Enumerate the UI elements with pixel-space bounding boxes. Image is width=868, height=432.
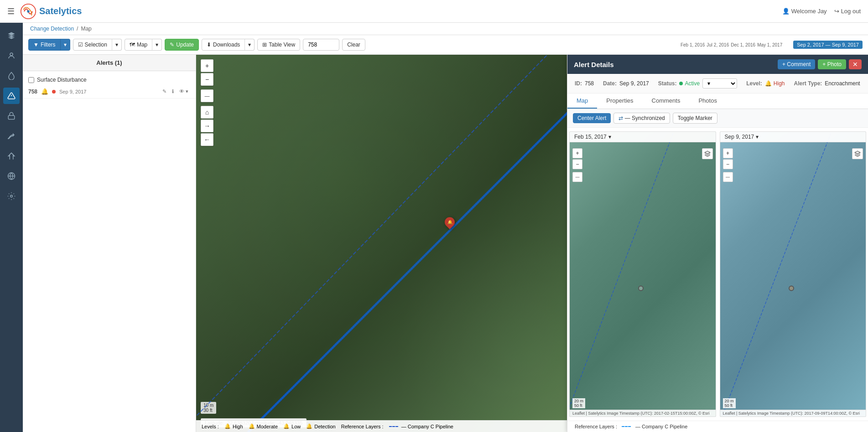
alert-view-btn[interactable]: 👁 ▾ [177,88,190,95]
status-dropdown[interactable]: ▾ Active Inactive [702,78,737,88]
status-badge: Active [679,80,700,87]
comp-left-layers-btn[interactable] [702,148,713,159]
comp-right-zoom-out[interactable]: − [723,159,733,169]
tab-photos[interactable]: Photos [689,94,726,109]
center-alert-button[interactable]: Center Alert [573,113,611,123]
downloads-icon: ⬇ [207,42,211,48]
comp-right-chevron: ▾ [756,134,759,140]
comp-right-zoom-in[interactable]: + [723,148,733,158]
map-dropdown[interactable]: ▾ [152,39,162,51]
update-button[interactable]: ✎ Update [165,39,199,51]
hamburger-menu[interactable]: ☰ [7,6,15,16]
photo-button[interactable]: + Photo [818,59,846,69]
toggle-marker-button[interactable]: Toggle Marker [673,113,717,124]
downloads-button[interactable]: ⬇ Downloads [202,39,245,51]
comp-left-map-bg: + − — 20 m 50 ft [570,132,716,416]
sidebar-item-layers[interactable] [3,27,20,44]
status-label: Status: [658,80,677,87]
sidebar-item-alert[interactable] [3,88,20,104]
alert-actions: ✎ ℹ 👁 ▾ [161,88,190,95]
level-label: Level: [746,80,762,87]
zoom-out-btn[interactable]: − [201,73,213,86]
sidebar-item-tree[interactable] [3,148,20,164]
sidebar-item-lock[interactable] [3,108,20,124]
alert-category-label: Surface Disturbance [37,77,87,83]
status-value: Active [685,80,700,87]
user-icon: 👤 [782,8,790,15]
clear-button[interactable]: Clear [342,39,365,51]
synchronized-button[interactable]: ⇄ — Synchronized [613,113,670,124]
home-btn[interactable]: ⌂ [201,106,213,119]
comp-right-header[interactable]: Sep 9, 2017 ▾ [720,132,866,142]
sidebar-item-droplet[interactable] [3,68,20,84]
breadcrumb: Change Detection / Map [23,23,868,35]
alert-panel-body: Surface Disturbance 758 🔔 Sep 9, 2017 ✎ … [23,71,196,432]
alert-info-btn[interactable]: ℹ [170,88,176,95]
date-label: Date: [603,80,617,87]
comp-left-header[interactable]: Feb 15, 2017 ▾ [570,132,716,142]
content-area: Change Detection / Map ▼ Filters ▾ ☑ Sel… [23,23,868,432]
legend-moderate: 🔔 Moderate [249,423,278,429]
svg-line-10 [570,132,679,416]
id-label: ID: [575,80,582,87]
timeline-label-3: Dec 1, 2016 [731,42,755,47]
alert-meta-bar: ID: 758 Date: Sep 9, 2017 Status: Active [567,74,868,94]
alert-date: Sep 9, 2017 [59,89,86,94]
legend-low: 🔔 Low [283,423,301,429]
forward-btn[interactable]: → [201,120,213,132]
comp-left-scale: 20 m 50 ft [572,398,585,408]
alert-item-758[interactable]: 758 🔔 Sep 9, 2017 ✎ ℹ 👁 ▾ [23,85,196,99]
map-button[interactable]: 🗺 Map [125,39,152,51]
status-dot [679,82,683,85]
filters-dropdown[interactable]: ▾ [60,39,70,51]
selection-dropdown[interactable]: ▾ [112,39,122,51]
user-welcome[interactable]: 👤 Welcome Jay [782,8,827,15]
map-minus-btn[interactable]: — [201,89,213,102]
comp-left-zoom-out[interactable]: − [572,159,582,169]
comp-left-layers-ctrl[interactable]: — [572,172,582,182]
comp-right-layers-btn[interactable] [852,148,863,159]
filters-button[interactable]: ▼ Filters [28,39,61,51]
map-controls: + − — ⌂ → ← [201,59,213,146]
sidebar-item-leaf[interactable] [3,128,20,144]
map-scale: 10 m 30 ft [201,402,216,414]
zoom-in-btn[interactable]: + [201,59,213,72]
comparison-area: Feb 15, 2017 ▾ + − — [567,128,868,421]
moderate-bell-icon: 🔔 [249,423,255,429]
level-badge: 🔔 High [765,80,785,87]
alert-edit-btn[interactable]: ✎ [161,88,168,95]
sidebar-item-settings[interactable] [3,188,20,204]
date-value: Sep 9, 2017 [619,80,649,87]
update-icon: ✎ [170,42,174,48]
breadcrumb-parent[interactable]: Change Detection [30,26,74,32]
tab-properties[interactable]: Properties [597,94,642,109]
tableview-button[interactable]: ⊞ Table View [257,39,300,51]
sidebar-item-users[interactable] [3,47,20,64]
search-input[interactable] [303,39,339,51]
alert-bell-icon: 🔔 [41,88,48,95]
comp-right-layers-ctrl[interactable]: — [723,172,733,182]
close-button[interactable]: ✕ [849,59,862,69]
tab-comments[interactable]: Comments [643,94,690,109]
comparison-map-left: Feb 15, 2017 ▾ + − — [569,131,716,417]
comp-right-scale: 20 m 50 ft [723,398,736,408]
comp-right-map-bg: + − — 20 m 50 ft [720,132,866,416]
comp-left-footer: Leaflet | Satelytics Image Timestamp (UT… [570,410,716,416]
comp-right-marker [789,286,794,291]
high-bell-icon: 🔔 [224,423,231,429]
alert-details-panel: Alert Details + Comment + Photo ✕ ID: 75… [567,55,868,432]
sidebar-item-globe[interactable] [3,168,20,184]
timeline-range-badge: Sep 2, 2017 — Sep 9, 2017 [793,41,863,49]
selection-button[interactable]: ☑ Selection [73,39,112,51]
map-marker-758[interactable]: 🔔 [445,217,456,231]
alert-category-checkbox[interactable] [28,77,34,83]
downloads-dropdown[interactable]: ▾ [244,39,255,51]
comp-left-zoom-in[interactable]: + [572,148,582,158]
back-btn[interactable]: ← [201,133,213,146]
selection-icon: ☑ [78,42,83,48]
ref-dash-icon [622,426,631,427]
logout-link[interactable]: ↪ Log out [834,8,861,15]
alert-tabs: Map Properties Comments Photos [567,94,868,109]
tab-map[interactable]: Map [567,94,597,109]
comment-button[interactable]: + Comment [778,59,815,69]
